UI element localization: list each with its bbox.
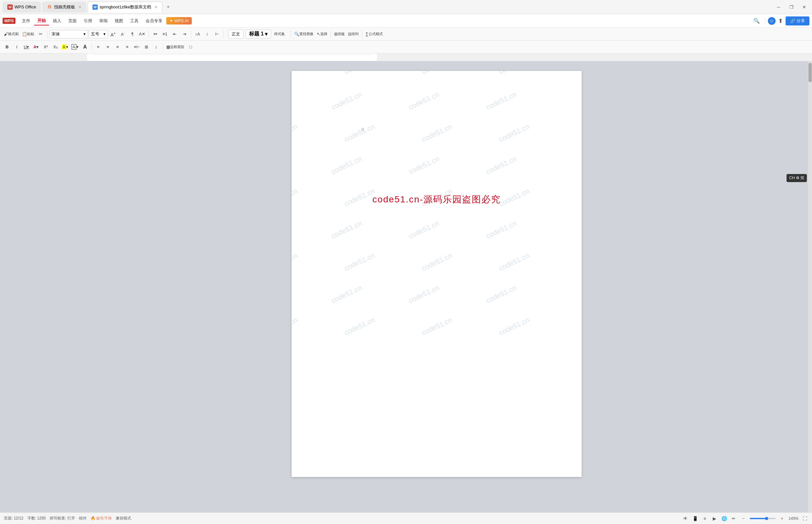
decrease-indent-button[interactable]: ⇤ xyxy=(170,30,179,39)
zoom-out-icon[interactable]: － xyxy=(740,515,747,522)
center-text[interactable]: code51.cn-源码乐园盗图必究 xyxy=(324,193,549,206)
numbering-button[interactable]: ≡1 xyxy=(161,30,169,39)
scroll-thumb[interactable] xyxy=(809,63,812,82)
underline-icon: U xyxy=(24,45,27,49)
increase-indent-button[interactable]: ⇥ xyxy=(180,30,189,39)
border-shading-button[interactable]: ▦ 边框底纹 xyxy=(165,43,186,52)
shrink-font-icon: A- xyxy=(121,31,125,37)
fullscreen-icon[interactable]: ⛶ xyxy=(802,515,808,522)
share-button[interactable]: 🔗 分享 xyxy=(785,16,809,26)
missing-font-status[interactable]: 🔥 缺失字体 xyxy=(90,515,112,521)
font-size-value: 五号 xyxy=(91,31,99,37)
restore-button[interactable]: ❐ xyxy=(786,3,797,12)
watermark-text: code51.cn xyxy=(498,122,531,144)
text-enlarge-button[interactable]: A xyxy=(81,43,89,52)
spell-check-status[interactable]: 拼写检查: 打开 xyxy=(50,515,75,521)
underline-button[interactable]: U ▾ xyxy=(22,43,31,52)
typeset-button[interactable]: ⊞ 排版 xyxy=(333,30,346,39)
menu-wps-ai[interactable]: ✦ WPS AI xyxy=(166,17,192,24)
compat-mode-status[interactable]: 兼容模式 xyxy=(116,515,131,521)
menu-insert[interactable]: 插入 xyxy=(50,17,64,25)
select-button[interactable]: ↖ 选择 xyxy=(315,30,329,39)
bullets-button[interactable]: ≡• xyxy=(151,30,160,39)
zoom-slider-knob[interactable] xyxy=(765,517,768,520)
minimize-button[interactable]: ─ xyxy=(773,3,784,12)
play-icon[interactable]: ▶ xyxy=(711,515,717,522)
sort-button[interactable]: ↕A xyxy=(193,30,202,39)
line-spacing2-button[interactable]: ↕ xyxy=(203,30,212,39)
read-mode-icon[interactable]: 👁 xyxy=(682,515,689,522)
highlight-button[interactable]: A ▾ xyxy=(61,43,70,52)
align-justify-button[interactable]: ≡ xyxy=(123,43,132,52)
pen-icon[interactable]: ✏ xyxy=(730,515,737,522)
globe-icon[interactable]: 🌐 xyxy=(721,515,727,522)
drag-handle[interactable]: ⠿ xyxy=(361,127,364,132)
format-painter-button[interactable]: 🖌 格式刷 xyxy=(3,30,20,39)
align-justify-icon: ≡ xyxy=(126,45,129,49)
scrollbar[interactable] xyxy=(808,61,812,512)
zoom-in-icon[interactable]: ＋ xyxy=(779,515,785,522)
align-right-icon: ≡ xyxy=(116,45,119,49)
menu-review[interactable]: 审阅 xyxy=(96,17,111,25)
upload-button[interactable]: ⬆ xyxy=(778,17,783,24)
shrink-font-button[interactable]: A- xyxy=(118,30,127,39)
zoom-slider-fill xyxy=(750,518,765,519)
font-size-dropdown[interactable]: 五号 ▾ xyxy=(88,30,108,38)
distributed-button[interactable]: ≡⊢ xyxy=(132,43,142,52)
paste-button[interactable]: 📋 粘贴 xyxy=(21,30,35,39)
menu-file[interactable]: 文件 xyxy=(19,17,34,25)
paragraph-format-button[interactable]: ¶ xyxy=(128,30,137,39)
user-avatar[interactable]: U xyxy=(768,17,776,25)
document-page[interactable]: code51.cn code51.cn code51.cn code51.cn … xyxy=(292,71,582,477)
tab-template[interactable]: 找 找稿壳模板 ✕ xyxy=(42,2,86,13)
clear-format-button[interactable]: A✕ xyxy=(137,30,147,39)
italic-button[interactable]: I xyxy=(12,43,21,52)
outline-icon[interactable]: ≡ xyxy=(701,515,708,522)
search-button[interactable]: 🔍 xyxy=(751,16,762,25)
tab-doc[interactable]: W springboot1z6ke数据库文档 ✕ xyxy=(88,2,162,13)
bold-button[interactable]: B xyxy=(3,43,12,52)
proofread-status[interactable]: 校对 xyxy=(79,515,87,521)
line-spacing-button[interactable]: ↕ xyxy=(152,43,161,52)
font-color-button[interactable]: A ▾ xyxy=(32,43,40,52)
draw-box-button[interactable]: □ xyxy=(186,43,195,52)
close-button[interactable]: ✕ xyxy=(799,3,809,12)
text-enlarge-icon: A xyxy=(83,44,87,50)
subscript-button[interactable]: X₂ xyxy=(51,43,60,52)
style-heading-button[interactable]: 标题 1 ▾ xyxy=(246,30,271,39)
menu-member[interactable]: 会员专享 xyxy=(143,17,166,25)
zoom-slider[interactable] xyxy=(750,518,776,519)
tab-wps[interactable]: W WPS Office xyxy=(3,2,41,13)
arrange-button[interactable]: ⊟ 排列 xyxy=(347,30,360,39)
page-content[interactable]: code51.cn-源码乐园盗图必究 xyxy=(324,193,549,451)
char-border-button[interactable]: A ▾ xyxy=(70,43,80,52)
mobile-icon[interactable]: 📱 xyxy=(692,515,698,522)
page-container[interactable]: code51.cn code51.cn code51.cn code51.cn … xyxy=(87,61,786,512)
tab-doc-close[interactable]: ✕ xyxy=(154,5,158,9)
styles-expand-button[interactable]: 样式集 xyxy=(273,30,286,39)
tab-template-close[interactable]: ✕ xyxy=(78,5,82,9)
superscript-button[interactable]: X² xyxy=(41,43,50,52)
menu-home[interactable]: 开始 xyxy=(34,16,49,26)
cut-button[interactable]: ✂ xyxy=(36,30,45,39)
formula-button[interactable]: ∑ 公式模式 xyxy=(364,30,384,39)
menu-bar: WPS 文件 开始 插入 页面 引用 审阅 视图 工具 会员专享 ✦ WPS A… xyxy=(0,14,812,28)
grow-font-button[interactable]: A+ xyxy=(109,30,118,39)
doc-icon: W xyxy=(93,4,98,10)
lang-badge[interactable]: CH ♻ 简 xyxy=(786,174,807,182)
menu-view[interactable]: 视图 xyxy=(112,17,126,25)
find-replace-button[interactable]: 🔍 查找替换 xyxy=(293,30,315,39)
formula-label: 公式模式 xyxy=(369,32,383,36)
menu-tools[interactable]: 工具 xyxy=(127,17,142,25)
menu-reference[interactable]: 引用 xyxy=(81,17,95,25)
columns-button[interactable]: ⊢ xyxy=(212,30,221,39)
menu-page[interactable]: 页面 xyxy=(65,17,80,25)
style-normal-button[interactable]: 正文 xyxy=(228,30,244,39)
align-right-button[interactable]: ≡ xyxy=(113,43,122,52)
font-name-dropdown[interactable]: 宋体 ▾ xyxy=(49,30,88,38)
arrange-label: 排列 xyxy=(351,32,359,36)
align-left-button[interactable]: ≡ xyxy=(94,43,103,52)
align-center-button[interactable]: ≡ xyxy=(103,43,113,52)
add-tab-button[interactable]: ＋ xyxy=(164,3,173,12)
col-layout-button[interactable]: ⊞ xyxy=(142,43,151,52)
